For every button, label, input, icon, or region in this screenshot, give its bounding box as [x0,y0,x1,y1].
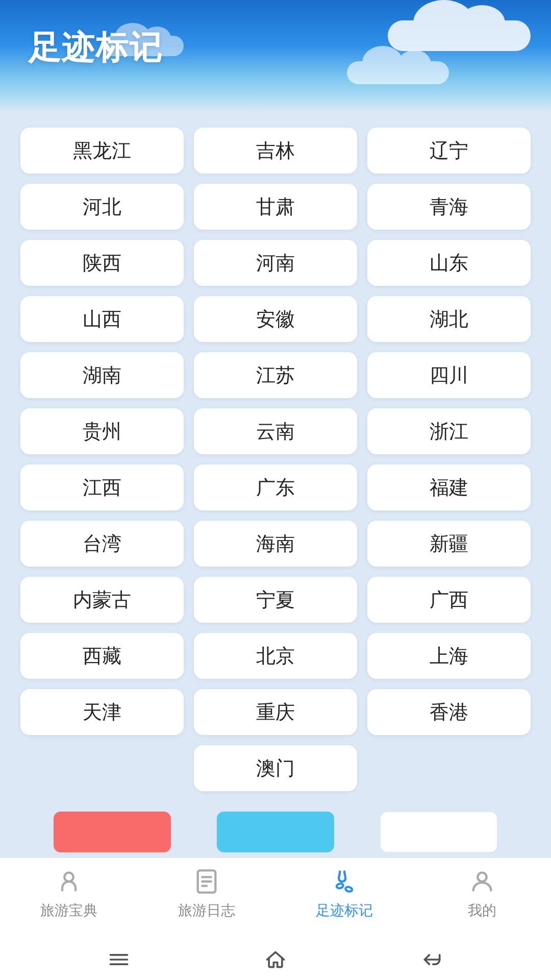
legend-visited: 去过啦 [54,812,171,857]
province-btn-guangxi[interactable]: 广西 [367,577,531,623]
grid-empty-r11c2 [367,745,531,791]
province-btn-shanghai[interactable]: 上海 [367,633,531,679]
province-btn-guizhou[interactable]: 贵州 [20,408,184,454]
province-btn-guangdong[interactable]: 广东 [194,464,357,510]
cloud-decoration-1 [388,20,531,51]
bottom-navigation: 旅游宝典 旅游日志 足迹标记 [0,857,551,939]
cloud-decoration-2 [347,61,449,84]
legend-unvisited: 未去过 [380,812,497,857]
province-btn-jiangxi[interactable]: 江西 [20,464,184,510]
province-btn-heilongjiang[interactable]: 黑龙江 [20,128,184,174]
grid-empty-r11c0 [20,745,184,791]
system-back-button[interactable] [419,947,445,972]
svg-point-5 [336,883,344,889]
legend-section: 去过啦 计划中 未去过 [20,791,531,857]
nav-label-diary: 旅游日志 [178,901,235,920]
app-container: 足迹标记 黑龙江吉林辽宁河北甘肃青海陕西河南山东山西安徽湖北湖南江苏四川贵州云南… [0,0,551,980]
province-btn-hebei[interactable]: 河北 [20,184,184,230]
nav-label-footprint: 足迹标记 [316,901,373,920]
province-btn-tianjin[interactable]: 天津 [20,689,184,735]
province-btn-sichuan[interactable]: 四川 [367,352,531,398]
guide-icon [54,866,84,897]
province-btn-jiangsu[interactable]: 江苏 [194,352,357,398]
province-btn-shanxi[interactable]: 山西 [20,296,184,342]
header-background: 足迹标记 [0,0,551,112]
province-btn-anhui[interactable]: 安徽 [194,296,357,342]
legend-color-unvisited [380,812,497,852]
nav-label-mine: 我的 [468,901,496,920]
province-btn-neimenggu[interactable]: 内蒙古 [20,577,184,623]
province-btn-ningxia[interactable]: 宁夏 [194,577,357,623]
province-btn-xizang[interactable]: 西藏 [20,633,184,679]
province-btn-qinghai[interactable]: 青海 [367,184,531,230]
legend-color-planned [217,812,334,852]
province-btn-hunan[interactable]: 湖南 [20,352,184,398]
province-btn-hainan[interactable]: 海南 [194,521,357,567]
system-menu-button[interactable] [106,947,132,972]
nav-item-footprint[interactable]: 足迹标记 [276,866,413,920]
province-btn-liaoning[interactable]: 辽宁 [367,128,531,174]
system-navigation-bar [0,939,551,980]
province-btn-henan[interactable]: 河南 [194,240,357,286]
province-btn-beijing[interactable]: 北京 [194,633,357,679]
province-btn-jilin[interactable]: 吉林 [194,128,357,174]
mine-icon [467,866,497,897]
province-btn-fujian[interactable]: 福建 [367,464,531,510]
nav-item-guide[interactable]: 旅游宝典 [0,866,138,920]
content-area: 黑龙江吉林辽宁河北甘肃青海陕西河南山东山西安徽湖北湖南江苏四川贵州云南浙江江西广… [0,112,551,857]
nav-item-diary[interactable]: 旅游日志 [138,866,276,920]
province-btn-chongqing[interactable]: 重庆 [194,689,357,735]
province-btn-yunnan[interactable]: 云南 [194,408,357,454]
footprint-icon [329,866,360,897]
province-grid: 黑龙江吉林辽宁河北甘肃青海陕西河南山东山西安徽湖北湖南江苏四川贵州云南浙江江西广… [20,128,531,791]
province-btn-taiwan[interactable]: 台湾 [20,521,184,567]
province-btn-xianggang[interactable]: 香港 [367,689,531,735]
system-home-button[interactable] [263,947,288,972]
legend-planned: 计划中 [217,812,334,857]
svg-point-7 [478,873,486,881]
nav-item-mine[interactable]: 我的 [413,866,551,920]
province-btn-shandong[interactable]: 山东 [367,240,531,286]
svg-point-6 [345,886,353,892]
province-btn-zhejiang[interactable]: 浙江 [367,408,531,454]
province-btn-hubei[interactable]: 湖北 [367,296,531,342]
page-title: 足迹标记 [28,26,163,70]
diary-icon [191,866,222,897]
svg-point-0 [64,873,73,881]
province-btn-gansu[interactable]: 甘肃 [194,184,357,230]
province-btn-xinjiang[interactable]: 新疆 [367,521,531,567]
legend-color-visited [54,812,171,852]
province-btn-aomen[interactable]: 澳门 [194,745,357,791]
nav-label-guide: 旅游宝典 [40,901,97,920]
province-btn-shaanxi[interactable]: 陕西 [20,240,184,286]
